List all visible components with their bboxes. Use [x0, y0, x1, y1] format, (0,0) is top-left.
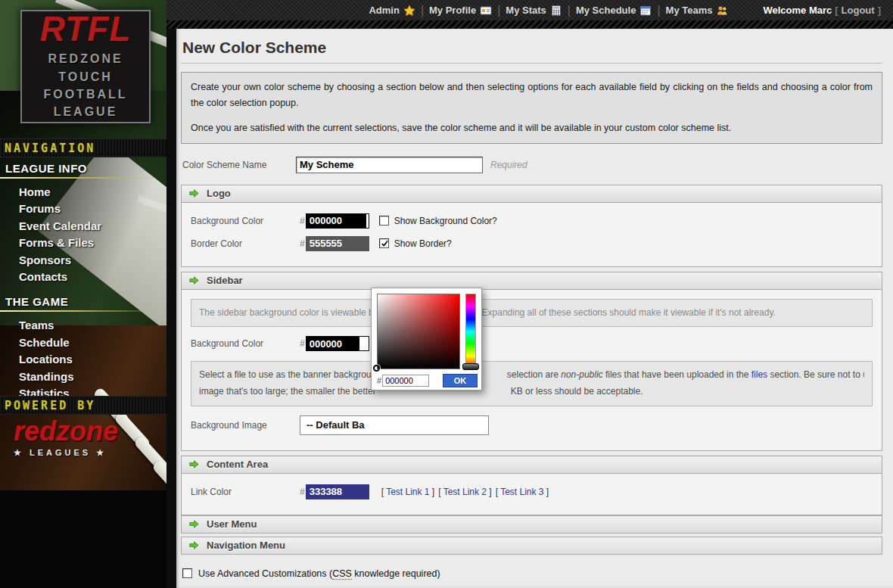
menu-admin[interactable]: Admin — [369, 5, 415, 17]
section-header-user-menu[interactable]: User Menu — [181, 515, 882, 534]
league-logo-title: RTFL — [40, 13, 132, 46]
menu-separator: | — [421, 4, 424, 17]
sidebar-item-sponsors[interactable]: Sponsors — [19, 252, 166, 269]
picker-ok-button[interactable]: OK — [443, 374, 478, 387]
logo-border-color-row: Border Color # 555555 Show Border? — [191, 236, 874, 251]
redzone-logo-title: redzone — [14, 418, 118, 445]
note-text: selection are — [507, 369, 561, 380]
sidebar-item-locations[interactable]: Locations — [19, 351, 166, 368]
files-link[interactable]: files — [751, 369, 767, 380]
note-text: section. Be sure not to use an — [767, 369, 864, 380]
logout-link[interactable]: Logout — [842, 5, 875, 16]
title-divider — [181, 63, 882, 64]
saturation-value-gradient[interactable] — [377, 294, 460, 369]
menu-my-schedule[interactable]: My Schedule — [576, 5, 652, 17]
advanced-customizations-checkbox[interactable] — [182, 568, 192, 578]
link-color-input[interactable]: 333388 — [306, 484, 369, 499]
sidebar-bg-color-label: Background Color — [191, 338, 300, 349]
logo-border-color-value: 555555 — [310, 238, 342, 249]
section-header-navigation-menu[interactable]: Navigation Menu — [181, 537, 882, 555]
section-header-content-area[interactable]: Content Area — [181, 456, 882, 474]
section-header-logo[interactable]: Logo — [181, 185, 882, 203]
league-logo[interactable]: RTFL REDZONE TOUCH FOOTBALL LEAGUE — [20, 10, 151, 123]
nav-gap — [0, 285, 166, 295]
section-title-user-menu: User Menu — [207, 518, 257, 530]
green-arrow-icon — [188, 275, 200, 286]
section-header-sidebar[interactable]: Sidebar — [181, 272, 882, 290]
scheme-name-label: Color Scheme Name — [182, 160, 296, 170]
advanced-customizations-row: Use Advanced Customizations (CSS knowled… — [182, 568, 882, 579]
welcome-text: Welcome Marc — [763, 5, 832, 16]
menu-my-teams[interactable]: My Teams — [666, 5, 729, 17]
advanced-customizations-label: Use Advanced Customizations (CSS knowled… — [198, 568, 440, 579]
redzone-logo-subtitle: ★ LEAGUES ★ — [14, 448, 118, 458]
test-link-3[interactable]: Test Link 3 — [500, 487, 543, 497]
section-title-logo: Logo — [207, 188, 231, 199]
sidebar-item-schedule[interactable]: Schedule — [19, 334, 166, 351]
sidebar-bg-color-input[interactable]: 000000 — [306, 336, 369, 351]
logo-bg-color-label: Background Color — [191, 216, 300, 226]
scheme-name-input[interactable] — [296, 157, 483, 173]
intro-paragraph-2: Once you are satisfied with the current … — [191, 120, 873, 136]
picker-input-row: # 000000 OK — [377, 374, 478, 387]
bracket: ] — [544, 487, 549, 497]
sidebar-item-contacts[interactable]: Contacts — [19, 269, 166, 285]
calculator-icon — [550, 5, 562, 17]
banner-image-note: Select a file to use as the banner backg… — [191, 361, 873, 406]
nav-underline — [0, 177, 166, 179]
hue-slider-handle[interactable] — [462, 363, 479, 370]
logo-bg-color-value: 000000 — [310, 215, 342, 226]
required-hint: Required — [490, 160, 527, 170]
adv-label-post: knowledge required) — [352, 568, 440, 579]
test-link-1[interactable]: Test Link 1 — [386, 487, 429, 497]
green-arrow-icon — [188, 188, 200, 199]
show-border-label: Show Border? — [394, 238, 452, 249]
hue-slider-bar[interactable] — [465, 294, 476, 369]
menu-separator: | — [568, 4, 571, 17]
league-logo-line: REDZONE — [48, 50, 123, 67]
menu-separator: | — [657, 4, 660, 17]
picker-hex-input[interactable]: 000000 — [382, 375, 429, 387]
sidebar-bg-color-value: 000000 — [310, 338, 342, 350]
test-link-2[interactable]: Test Link 2 — [443, 487, 487, 497]
logo-border-color-input[interactable]: 555555 — [306, 236, 369, 251]
league-logo-line: TOUCH — [58, 68, 113, 86]
top-menu-bar: Admin | My Profile | My Stats | My Sched… — [166, 0, 893, 20]
logo-bg-color-input[interactable]: 000000 — [306, 213, 369, 229]
sidebar-item-forms-files[interactable]: Forms & Files — [19, 235, 166, 251]
show-border-checkbox[interactable] — [379, 238, 389, 248]
color-selection-marker[interactable] — [373, 365, 380, 372]
league-sidebar: RTFL REDZONE TOUCH FOOTBALL LEAGUE NAVIG… — [0, 0, 166, 588]
section-body-content-area: Link Color # 333388 [ Test Link 1 ] [ Te… — [181, 474, 882, 515]
link-color-row: Link Color # 333388 [ Test Link 1 ] [ Te… — [191, 484, 874, 499]
note-text: KB or less should be acceptable. — [511, 386, 643, 397]
background-image-select[interactable]: -- Default Ba — [300, 415, 489, 435]
sidebar-item-home[interactable]: Home — [19, 184, 166, 201]
sidebar-note: The sidebar background color is viewable… — [191, 299, 873, 328]
redzone-leagues-logo[interactable]: redzone ★ LEAGUES ★ — [14, 418, 118, 458]
sidebar-footer-space — [0, 490, 166, 588]
powered-by-text: POWERED BY — [5, 399, 95, 412]
group-icon — [716, 5, 728, 17]
section-title-navigation-menu: Navigation Menu — [207, 540, 285, 551]
menu-separator: | — [497, 4, 500, 17]
menu-my-stats[interactable]: My Stats — [506, 5, 562, 17]
check-mark-icon — [380, 238, 390, 248]
css-abbr: CSS — [332, 568, 352, 580]
show-bg-color-checkbox[interactable] — [379, 216, 389, 226]
bracket: ] — [487, 487, 492, 497]
sidebar-item-event-calendar[interactable]: Event Calendar — [19, 218, 166, 235]
page: RTFL REDZONE TOUCH FOOTBALL LEAGUE NAVIG… — [0, 0, 893, 588]
section-title-sidebar: Sidebar — [207, 275, 243, 286]
banner-note-line-1: Select a file to use as the banner backg… — [199, 367, 864, 384]
sidebar-gutter — [166, 0, 176, 588]
sidebar-item-forums[interactable]: Forums — [19, 201, 166, 217]
color-picker-popup: # 000000 OK — [371, 288, 482, 390]
sidebar-item-standings[interactable]: Standings — [19, 369, 166, 385]
menu-my-profile[interactable]: My Profile — [429, 5, 492, 17]
main-content: New Color Scheme Create your own color s… — [176, 29, 893, 588]
logout-bracket: ] — [878, 5, 881, 16]
note-text: files that have been uploaded in the — [603, 369, 751, 380]
sidebar-item-teams[interactable]: Teams — [19, 317, 166, 334]
logo-bg-color-row: Background Color # 000000 Show Backgroun… — [191, 213, 874, 229]
